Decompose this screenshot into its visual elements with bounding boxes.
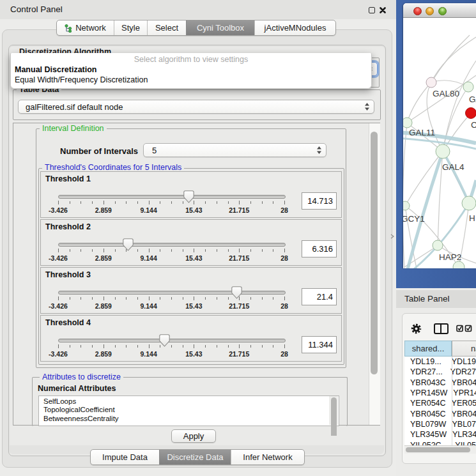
network-node-gal4[interactable]	[436, 144, 450, 158]
settings-scrollbar[interactable]	[369, 123, 380, 425]
slider-tick-label: 9.144	[140, 302, 157, 310]
float-window-icon[interactable]	[369, 7, 375, 13]
table-header-cell-1[interactable]: shared...	[404, 341, 452, 357]
threshold-slider-thumb[interactable]	[231, 286, 242, 299]
network-edge[interactable]	[403, 123, 407, 268]
tab-label: Cyni Toolbox	[197, 23, 244, 33]
threshold-value-field[interactable]: 6.316	[302, 240, 337, 257]
network-edge[interactable]	[405, 151, 443, 206]
threshold-slider-thumb[interactable]	[123, 238, 134, 251]
minimize-traffic-light[interactable]	[426, 7, 434, 15]
network-edge-thick[interactable]	[443, 151, 469, 203]
slider-tick	[262, 345, 263, 348]
tab-network[interactable]: Network	[57, 20, 114, 35]
tab-cyni-toolbox[interactable]: Cyni Toolbox	[186, 20, 254, 35]
network-node-gcy1[interactable]	[403, 201, 410, 210]
threshold-slider-track[interactable]	[58, 243, 286, 247]
table-cell-shared-name: YPR145W	[404, 388, 447, 397]
threshold-slider-track[interactable]	[58, 195, 286, 199]
split-table-icon[interactable]	[434, 323, 449, 334]
dropdown-option-manual-discretization[interactable]: Manual Discretization	[15, 65, 367, 74]
network-edge[interactable]	[431, 35, 470, 82]
tab-select[interactable]: Select	[147, 20, 186, 35]
table-row[interactable]: YBL079WYBL07	[404, 419, 476, 429]
threshold-slider-thumb[interactable]	[183, 190, 194, 203]
network-node-h[interactable]	[462, 196, 476, 210]
bottom-tab-discretize-data[interactable]: Discretize Data	[159, 450, 231, 464]
table-row[interactable]: YIL052CYIL05	[404, 440, 476, 445]
table-row[interactable]: YBR043CYBR04	[404, 378, 476, 388]
slider-tick	[205, 201, 206, 204]
threshold-slider-thumb[interactable]	[159, 334, 170, 347]
slider-tick	[228, 249, 229, 252]
slider-tick	[171, 297, 172, 300]
network-node-label: GAL80	[433, 89, 459, 98]
slider-tick	[183, 297, 183, 300]
dropdown-option-equal-width-frequency[interactable]: Equal Width/Frequency Discretization	[15, 75, 367, 84]
network-node[interactable]	[453, 261, 464, 268]
network-node-c[interactable]	[466, 108, 476, 119]
table-cell-name: YER05	[446, 399, 476, 408]
network-canvas[interactable]: GAL80GACGAL11GAL4GCY1HHAP2	[403, 17, 476, 268]
table-row[interactable]: YER054CYER05	[404, 398, 476, 408]
slider-tick	[137, 201, 138, 204]
threshold-slider-track[interactable]	[58, 291, 286, 295]
slider-tick	[137, 345, 138, 348]
slider-tick	[284, 201, 285, 204]
close-traffic-light[interactable]	[413, 7, 422, 15]
select-columns-icon[interactable]	[456, 325, 473, 332]
apply-button[interactable]: Apply	[171, 429, 216, 443]
threshold-slider-track[interactable]	[58, 339, 286, 342]
attribute-list-item[interactable]: TopologicalCoefficient	[39, 406, 339, 414]
close-icon[interactable]	[380, 7, 386, 13]
threshold-label: Threshold 1	[45, 174, 91, 183]
slider-tick	[239, 249, 240, 252]
gear-icon[interactable]	[411, 323, 422, 334]
table-horizontal-scrollbar-thumb[interactable]	[406, 447, 470, 452]
table-cell-shared-name: YER054C	[404, 399, 446, 408]
slider-tick	[217, 249, 217, 252]
table-cell-shared-name: YBR043C	[404, 378, 446, 387]
network-node-hap2[interactable]	[433, 240, 443, 250]
network-edge[interactable]	[407, 82, 431, 123]
network-node-gal11[interactable]	[403, 118, 412, 128]
slider-tick	[92, 249, 93, 252]
table-row[interactable]: YDL19...YDL19	[404, 357, 476, 367]
attribute-list-item[interactable]: SelfLoops	[39, 396, 339, 406]
threshold-value-field[interactable]: 11.344	[302, 336, 337, 353]
table-row[interactable]: YBR045CYBR04	[404, 409, 476, 419]
table-data-combobox[interactable]: galFiltered.sif default node	[18, 100, 374, 114]
threshold-value-field[interactable]: 21.4	[302, 288, 337, 305]
tab-style[interactable]: Style	[114, 20, 147, 35]
attribute-list-item[interactable]: BetweennessCentrality	[39, 415, 339, 423]
zoom-traffic-light[interactable]	[438, 7, 447, 15]
tab-label: jActiveMNodules	[265, 23, 326, 33]
bottom-tab-bar: Impute DataDiscretize DataInfer Network	[90, 449, 305, 465]
splitter-handle-icon[interactable]	[390, 234, 395, 239]
slider-tick	[104, 249, 104, 252]
slider-tick-label: 9.144	[140, 206, 157, 214]
tab-jactivemnodules[interactable]: jActiveMNodules	[254, 20, 335, 35]
attribute-list-scrollbar[interactable]	[329, 396, 338, 425]
threshold-panel-2: Threshold 2-3.4262.8599.14415.4321.71528…	[40, 219, 342, 266]
network-node-gal80[interactable]	[426, 77, 436, 88]
table-header-cell-2[interactable]: name	[452, 341, 476, 357]
network-edge[interactable]	[431, 37, 476, 82]
table-header-label: name	[452, 344, 476, 353]
table-horizontal-scrollbar[interactable]	[404, 445, 476, 454]
slider-tick	[205, 249, 206, 252]
table-row[interactable]: YPR145WYPR14	[404, 388, 476, 398]
table-column-divider	[452, 357, 452, 445]
slider-tick	[205, 297, 206, 300]
network-node-ga[interactable]	[463, 82, 473, 92]
threshold-value-field[interactable]: 14.713	[302, 192, 337, 210]
dropdown-prompt-item[interactable]: Select algorithm to view settings	[11, 55, 371, 64]
table-row[interactable]: YLR345WYLR34	[404, 429, 476, 440]
bottom-tab-impute-data[interactable]: Impute Data	[91, 450, 159, 464]
table-row[interactable]: YDR27...YDR27	[404, 367, 476, 377]
settings-scrollbar-thumb[interactable]	[371, 132, 378, 374]
number-of-intervals-combobox[interactable]: 5	[143, 143, 326, 157]
bottom-tab-infer-network[interactable]: Infer Network	[231, 450, 304, 464]
numerical-attributes-list[interactable]: SelfLoopsTopologicalCoefficientBetweenne…	[38, 395, 339, 426]
attribute-list-scrollbar-thumb[interactable]	[331, 397, 337, 436]
